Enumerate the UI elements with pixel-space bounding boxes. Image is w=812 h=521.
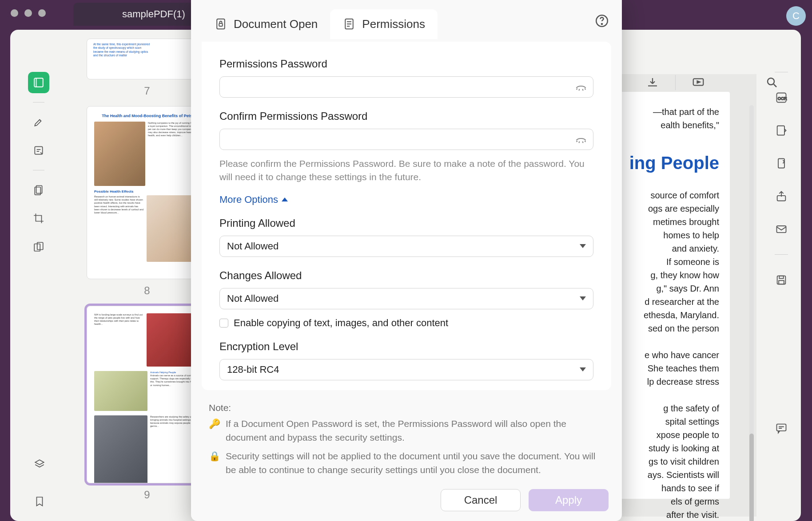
image-placeholder (94, 371, 147, 411)
printing-allowed-label: Printing Allowed (219, 217, 593, 229)
note-text-2: Security settings will not be applied to… (226, 449, 604, 477)
right-tool-rail: OCR (768, 72, 795, 436)
encryption-level-select[interactable]: 128-bit RC4 (219, 359, 593, 380)
image-placeholder (94, 122, 145, 186)
changes-allowed-value: Not Allowed (227, 293, 279, 304)
page-thumbnail-8[interactable]: The Health and Mood-Boosting Benefits of… (87, 106, 207, 279)
apply-label: Apply (555, 494, 582, 506)
avatar[interactable]: C (786, 6, 806, 26)
rail-separator (33, 102, 44, 103)
toolbar-right (646, 75, 779, 90)
note-text-1: If a Document Open Password is set, the … (226, 417, 604, 445)
svg-rect-19 (219, 24, 223, 26)
window-controls (11, 9, 46, 17)
page-number-9: 9 (144, 489, 150, 501)
page-edit-tool[interactable] (28, 179, 49, 201)
svg-text:OCR: OCR (778, 96, 787, 101)
traffic-light-close[interactable] (11, 9, 18, 17)
ocr-icon[interactable]: OCR (774, 90, 789, 105)
dialog-notes: Note: 🔑 If a Document Open Password is s… (191, 390, 622, 477)
permissions-password-label: Permissions Password (219, 58, 593, 70)
apply-button[interactable]: Apply (529, 489, 609, 511)
share-icon[interactable] (774, 189, 789, 204)
svg-rect-13 (777, 226, 786, 233)
changes-allowed-select[interactable]: Not Allowed (219, 288, 593, 309)
svg-rect-15 (779, 276, 783, 279)
svg-rect-18 (217, 19, 225, 29)
tab-document-open[interactable]: Document Open (202, 9, 330, 39)
confirm-password-input[interactable] (219, 129, 593, 150)
layers-tool[interactable] (29, 454, 50, 475)
key-icon: 🔑 (209, 417, 220, 445)
tab-label: Permissions (362, 17, 425, 31)
download-icon[interactable] (646, 76, 659, 89)
enable-copying-label: Enable copying of text, images, and othe… (234, 317, 448, 329)
confirm-password-hint: Please confirm the Permissions Password.… (219, 157, 593, 184)
chevron-up-icon (282, 197, 288, 201)
tab-permissions[interactable]: Permissions (330, 9, 438, 39)
traffic-light-zoom[interactable] (38, 9, 46, 17)
dialog-tabs: Document Open Permissions (191, 0, 622, 42)
chevron-down-icon (580, 244, 586, 248)
phone-transfer-icon[interactable] (774, 156, 789, 171)
eye-hidden-icon[interactable] (575, 81, 587, 93)
comment-icon[interactable] (774, 421, 789, 436)
left-tool-rail (27, 72, 50, 257)
svg-rect-11 (778, 159, 784, 168)
lock-icon: 🔒 (209, 449, 220, 477)
printing-allowed-select[interactable]: Not Allowed (219, 236, 593, 257)
scrollbar-thumb[interactable] (749, 434, 754, 521)
tab-label: Document Open (234, 17, 318, 31)
compare-tool[interactable] (28, 236, 49, 257)
svg-rect-10 (777, 126, 784, 135)
avatar-letter: C (792, 10, 800, 22)
encryption-level-value: 128-bit RC4 (227, 364, 279, 375)
page-thumbnail-9[interactable]: NIH is funding large-scale surveys to fi… (87, 306, 207, 483)
save-icon[interactable] (774, 272, 789, 288)
bookmark-tool[interactable] (29, 491, 50, 512)
svg-rect-17 (777, 424, 786, 431)
highlighter-tool[interactable] (28, 111, 49, 133)
thumb-subheading: Possible Health Effects (94, 189, 200, 194)
chevron-down-icon (580, 296, 586, 300)
svg-point-22 (601, 24, 602, 24)
scrollbar-track[interactable] (749, 105, 754, 521)
permissions-password-input[interactable] (219, 76, 593, 98)
crop-tool[interactable] (28, 208, 49, 229)
note-heading: Note: (209, 401, 604, 415)
confirm-password-label: Confirm Permissions Password (219, 110, 593, 122)
enable-copying-row[interactable]: Enable copying of text, images, and othe… (219, 317, 593, 329)
more-options-label: More Options (219, 194, 278, 205)
convert-icon[interactable] (774, 123, 789, 138)
enable-copying-checkbox[interactable] (219, 319, 228, 328)
thumbnails-tool[interactable] (28, 72, 49, 93)
document-lock-icon (214, 17, 227, 31)
document-tab-title: samplePDF(1) (122, 8, 185, 20)
dialog-footer: Cancel Apply (441, 489, 609, 511)
help-icon[interactable] (594, 13, 609, 28)
page-number-7: 7 (144, 85, 150, 97)
traffic-light-minimize[interactable] (24, 9, 32, 17)
toolbar-separator (675, 75, 676, 90)
svg-rect-0 (34, 78, 43, 87)
svg-rect-16 (779, 280, 784, 284)
cancel-label: Cancel (464, 494, 498, 506)
present-icon[interactable] (692, 76, 705, 89)
encryption-level-label: Encryption Level (219, 340, 593, 353)
page-number-8: 8 (144, 284, 150, 297)
changes-allowed-label: Changes Allowed (219, 269, 593, 282)
rail-separator (775, 72, 788, 72)
security-dialog: Document Open Permissions Permissions Pa… (191, 0, 622, 521)
annotate-tool[interactable] (28, 140, 49, 161)
image-placeholder (94, 415, 147, 483)
thumb-title: The Health and Mood-Boosting Benefits of… (94, 114, 200, 119)
dialog-body: Permissions Password Confirm Permissions… (202, 42, 611, 390)
document-settings-icon (342, 17, 356, 31)
page-thumbnail-7[interactable]: At the same time, this experiment pionee… (87, 39, 207, 79)
eye-hidden-icon[interactable] (575, 133, 587, 146)
more-options-toggle[interactable]: More Options (219, 194, 593, 205)
mail-icon[interactable] (774, 221, 789, 237)
rail-separator (775, 254, 788, 255)
cancel-button[interactable]: Cancel (441, 489, 521, 511)
printing-allowed-value: Not Allowed (227, 241, 279, 252)
